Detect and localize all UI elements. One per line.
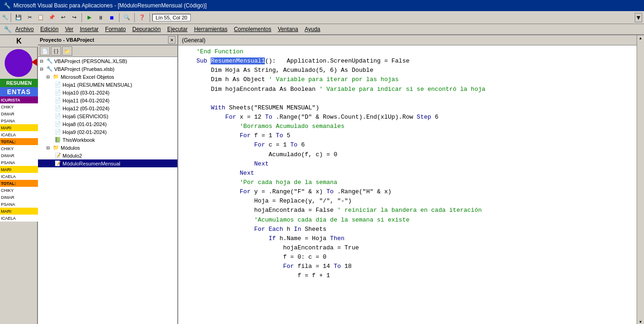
title-bar-icon: 🔧 (4, 2, 11, 9)
code-line-17: Hoja = Replace(y, "/", "-") (182, 197, 633, 206)
tree-label-hoja12: Hoja12 (05-01-2024) (63, 106, 110, 111)
tree-thisworkbook[interactable]: 📗 ThisWorkbook (38, 136, 177, 144)
title-bar-text: Microsoft Visual Basic para Aplicaciones… (13, 2, 206, 9)
tree-label-modulo2: Módulo2 (63, 153, 82, 159)
sidebar-dimar3: DIMAR (0, 194, 38, 201)
scroll-up-btn[interactable]: ▲ (639, 36, 642, 40)
tree-hoja6[interactable]: 📄 Hoja6 (SERVICIOS) (38, 112, 177, 120)
sidebar-mari3: MARI (0, 208, 38, 215)
code-line-24: For fila = 14 To 18 (182, 262, 633, 271)
menu-herramientas[interactable]: Herramientas (191, 25, 230, 33)
code-line-21: If h.Name = Hoja Then (182, 234, 633, 243)
arrow-icon (31, 58, 37, 66)
code-line-19: 'Acumulamos cada día de la semana si exi… (182, 216, 633, 225)
code-line-16: For y = .Range("F" & x) To .Range("H" & … (182, 187, 633, 197)
panel-icon-row: 📄 { } 📁 (38, 45, 177, 57)
tree-hoja11[interactable]: 📄 Hoja11 (04-01-2024) (38, 96, 177, 104)
tree-view: ⊟ 🔧 VBAProject (PERSONAL.XLSB) ⊟ 🔧 VBAPr… (38, 57, 177, 324)
tree-hoja8[interactable]: 📄 Hoja8 (01-01-2024) (38, 120, 177, 128)
tree-hoja12[interactable]: 📄 Hoja12 (05-01-2024) (38, 104, 177, 112)
sidebar-psana2: PSANA (0, 159, 38, 166)
tree-excel-objects[interactable]: ⊟ 📁 Microsoft Excel Objetos (38, 73, 177, 81)
menu-ver[interactable]: Ver (62, 25, 76, 33)
code-line-23: f = 0: c = 0 (182, 253, 633, 262)
tree-modulo2[interactable]: 📝 Módulo2 (38, 152, 177, 159)
code-line-9: 'Borramos Acumulado semanales (182, 122, 633, 131)
sidebar-psana1: PSANA (0, 117, 38, 124)
panel-close-btn[interactable]: ✕ (168, 36, 175, 44)
code-line-13: Next (182, 159, 633, 169)
run-btn[interactable]: ▶ (84, 13, 94, 21)
menu-ayuda[interactable]: Ayuda (302, 25, 323, 33)
cut-btn[interactable]: ✂ (25, 13, 35, 21)
sidebar-dimar2: DIMAR (0, 152, 38, 159)
copy-btn[interactable]: 📋 (36, 13, 46, 21)
code-line-4: Dim h As Object ' Variable para iterar p… (182, 75, 633, 84)
menu-depuracion[interactable]: Depuración (130, 25, 163, 33)
ventas-label: ENTAS (0, 87, 38, 96)
tree-vba2[interactable]: ⊟ 🔧 VBAProject (Pruebas.xlsb) (38, 65, 177, 73)
toolbar-icon: 🔧 (2, 14, 8, 20)
tree-hoja1[interactable]: 📄 Hoja1 (RESUMEN MENSUAL) (38, 81, 177, 89)
find-btn[interactable]: 🔍 (122, 13, 132, 21)
scroll-indicator: ▾ (635, 13, 642, 22)
menu-formato[interactable]: Formato (102, 25, 129, 33)
sidebar-icurista: ICURISTA (0, 96, 38, 103)
code-line-12: Acumulado(f, c) = 0 (182, 150, 633, 159)
code-panel: (General) 'End Function Sub ResumenMensu… (178, 35, 637, 324)
sidebar-chiky3: CHIKY (0, 187, 38, 194)
menu-archivo[interactable]: Archivo (13, 25, 37, 33)
stop-btn[interactable]: ⏹ (106, 14, 117, 21)
view-object-btn[interactable]: 📄 (40, 46, 50, 56)
view-code-btn[interactable]: { } (51, 46, 61, 56)
folder-btn[interactable]: 📁 (62, 46, 72, 56)
toolbar-sep-5 (150, 13, 150, 22)
menu-edicion[interactable]: Edición (38, 25, 61, 33)
tree-hoja10[interactable]: 📄 Hoja10 (03-01-2024) (38, 89, 177, 96)
tree-label-vba1: VBAProject (PERSONAL.XLSB) (54, 58, 127, 64)
tree-modulos[interactable]: ⊟ 📁 Módulos (38, 144, 177, 152)
sidebar-dimar1: DIMAR (0, 110, 38, 117)
sidebar-mari1: MARI (0, 124, 38, 131)
paste-btn[interactable]: 📌 (47, 13, 57, 21)
sidebar-total1: TOTAL: (0, 138, 38, 145)
code-line-10: For f = 1 To 5 (182, 131, 633, 140)
menu-insertar[interactable]: Insertar (77, 25, 101, 33)
menu-complementos[interactable]: Complementos (231, 25, 274, 33)
app-left-sidebar: K RESUMEN ENTAS ICURISTA CHIKY DIMAR PSA… (0, 35, 38, 324)
tree-label-excel: Microsoft Excel Objetos (61, 74, 114, 80)
code-line-2: Sub ResumenMensual1(): Application.Scree… (182, 57, 633, 66)
tree-vba1[interactable]: ⊟ 🔧 VBAProject (PERSONAL.XLSB) (38, 57, 177, 65)
code-line-15: 'Por cada hoja de la semana (182, 178, 633, 187)
sidebar-chiky2: CHIKY (0, 145, 38, 152)
k-label: K (0, 35, 38, 47)
main-layout: K RESUMEN ENTAS ICURISTA CHIKY DIMAR PSA… (0, 35, 644, 324)
code-editor[interactable]: 'End Function Sub ResumenMensual1(): App… (178, 45, 637, 324)
pause-btn[interactable]: ⏸ (95, 14, 106, 21)
app-circle-icon (5, 49, 32, 77)
tree-hoja9[interactable]: 📄 Hoja9 (02-01-2024) (38, 128, 177, 136)
code-line-18: hojaEncontrada = False ' reiniciar la ba… (182, 206, 633, 215)
tree-label-modulos: Módulos (61, 145, 80, 151)
toolbar-sep-3 (119, 13, 119, 22)
help-btn[interactable]: ❓ (137, 13, 147, 21)
tree-moduloresumen[interactable]: 📝 MóduloResumenMensual (38, 159, 177, 167)
menu-ejecutar[interactable]: Ejecutar (164, 25, 190, 33)
resumen-btn[interactable]: RESUMEN (0, 79, 38, 87)
toolbar-sep-4 (134, 13, 135, 22)
sidebar-icaela3: ICAELA (0, 215, 38, 222)
project-panel: Proyecto - VBAProject ✕ 📄 { } 📁 ⊟ 🔧 VBAP… (38, 35, 178, 324)
sidebar-total2: TOTAL: (0, 180, 38, 187)
undo-btn[interactable]: ↩ (58, 13, 68, 21)
tree-label-vba2: VBAProject (Pruebas.xlsb) (54, 66, 114, 72)
cursor-position: Lín 55, Col 20 (152, 14, 191, 21)
menu-ventana[interactable]: Ventana (275, 25, 301, 33)
tree-label-moduloresumen: MóduloResumenMensual (63, 161, 120, 166)
scroll-down-btn[interactable]: ▼ (639, 320, 642, 324)
toolbar: 🔧 💾 ✂ 📋 📌 ↩ ↪ ▶ ⏸ ⏹ 🔍 ❓ Lín 55, Col 20 ▾ (0, 11, 644, 24)
panel-title: Proyecto - VBAProject (40, 37, 94, 43)
save-btn[interactable]: 💾 (13, 13, 24, 21)
menu-bar: 🔧 Archivo Edición Ver Insertar Formato D… (0, 24, 644, 35)
redo-btn[interactable]: ↪ (69, 13, 79, 21)
tree-label-thisworkbook: ThisWorkbook (63, 137, 95, 143)
